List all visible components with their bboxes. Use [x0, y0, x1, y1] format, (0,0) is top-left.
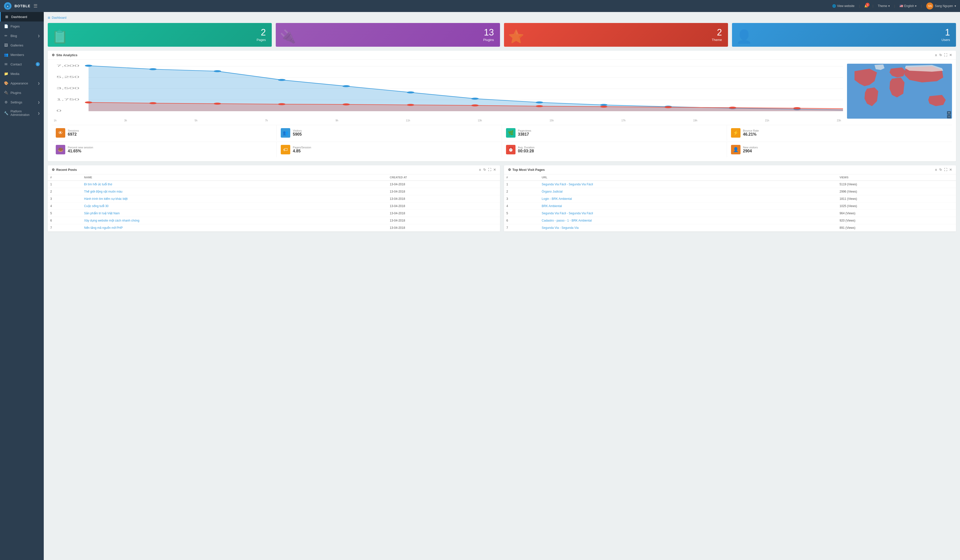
sidebar-item-label: Platform Administration	[11, 110, 35, 116]
cell-num: 5	[48, 210, 82, 217]
cell-url[interactable]: Login - BRK Ambiental	[539, 195, 837, 203]
svg-point-34	[600, 106, 607, 108]
topnav-left: B BOTBLE ☰	[4, 2, 37, 10]
collapse-icon[interactable]: ∧	[935, 53, 937, 57]
sidebar-item-settings[interactable]: ⚙ Settings ❯	[0, 97, 44, 107]
language-link[interactable]: 🇺🇸 English ▾	[899, 4, 917, 8]
stat-card-users[interactable]: 👤 1 Users	[732, 23, 956, 47]
svg-text:B: B	[7, 5, 8, 8]
cell-views: 920 (Views)	[837, 217, 956, 224]
cell-num: 7	[504, 224, 539, 231]
table-row: 7 Nền tảng mã nguồn mở PHP 13-04-2018	[48, 224, 500, 231]
media-icon: 📁	[4, 72, 8, 76]
visitors-label: Visitors	[293, 129, 302, 132]
cell-date: 13-04-2018	[387, 217, 500, 224]
new-visitors-info: New visitors 2904	[743, 146, 758, 153]
close-icon3[interactable]: ✕	[949, 168, 952, 172]
cell-url[interactable]: Segunda Via Fácil - Segunda Via Fácil	[539, 180, 837, 188]
stat-avg-duration: ⏰ Avg. Duration 00:03:28	[502, 142, 727, 157]
cell-name[interactable]: Hành trình tìm kiếm sự khác biệt	[82, 195, 387, 203]
cell-name[interactable]: Xây dựng website một cách nhanh chóng	[82, 217, 387, 224]
collapse-icon3[interactable]: ∧	[935, 168, 937, 172]
sidebar-item-platform-administration[interactable]: 🔧 Platform Administration ❯	[0, 107, 44, 120]
blog-icon: ✏	[4, 34, 8, 38]
cell-date: 13-04-2018	[387, 224, 500, 231]
close-icon[interactable]: ✕	[949, 53, 952, 57]
close-icon2[interactable]: ✕	[493, 168, 496, 172]
user-menu[interactable]: SN Sang Nguyen ▾	[926, 3, 956, 10]
expand-icon3[interactable]: ⛶	[944, 168, 947, 172]
stat-card-theme[interactable]: ⭐ 2 Theme	[504, 23, 728, 47]
recent-posts-header-left: ⚙ Recent Posts	[52, 168, 77, 172]
bounce-icon-box: ⚡	[731, 128, 741, 138]
recent-posts-thead: # NAME CREATED AT	[48, 174, 500, 180]
svg-point-16	[278, 79, 285, 81]
col-num2: #	[504, 174, 539, 180]
cell-date: 13-04-2018	[387, 203, 500, 210]
svg-point-20	[536, 101, 543, 104]
cell-date: 13-04-2018	[387, 195, 500, 203]
cell-url[interactable]: BRK Ambiental	[539, 203, 837, 210]
pages-label: Pages	[256, 38, 266, 42]
cell-url[interactable]: Órgano Judicial	[539, 188, 837, 195]
expand-icon[interactable]: ⛶	[944, 53, 947, 57]
sidebar-item-label: Blog	[11, 34, 17, 38]
stats-row-1: 👁 Sessions 6972 👥 Visitors 5	[52, 125, 952, 140]
sidebar-item-appearance[interactable]: 🎨 Appearance ❯	[0, 78, 44, 88]
cell-num: 6	[48, 217, 82, 224]
pages-session-value: 4.85	[293, 149, 311, 153]
cell-num: 4	[48, 203, 82, 210]
sidebar-item-dashboard[interactable]: ⊞ Dashboard	[0, 12, 44, 21]
refresh-icon2[interactable]: ↻	[483, 168, 486, 172]
svg-text:+: +	[948, 111, 950, 115]
cell-num: 2	[48, 188, 82, 195]
galleries-icon: 🖼	[4, 43, 8, 47]
stat-pages-session: 🏷 Pages/Session 4.85	[277, 142, 502, 157]
percent-value: 41.65%	[68, 149, 93, 153]
sidebar-item-pages[interactable]: 📄 Pages	[0, 21, 44, 31]
sidebar-item-members[interactable]: 👥 Members	[0, 50, 44, 59]
cell-name[interactable]: Đi tìm hồi ức tuổi thơ	[82, 180, 387, 188]
view-website-link[interactable]: 🌐 View website	[832, 4, 854, 8]
chart-container: 7,000 5,250 3,500 1,750 0	[52, 64, 843, 122]
stat-card-plugins[interactable]: 🔌 13 Plugins	[276, 23, 500, 47]
stats-row-2: 🍩 Percent new session 41.65% 🏷 Pages/Ses…	[52, 142, 952, 157]
cell-name[interactable]: Thế giới động vật muôn màu	[82, 188, 387, 195]
cell-name[interactable]: Cuộc sống tuổi 30	[82, 203, 387, 210]
pageviews-icon-box: 🌿	[506, 128, 515, 138]
recent-posts-table: # NAME CREATED AT 1 Đi tìm hồi ức tuổi t…	[48, 174, 500, 231]
sidebar-item-galleries[interactable]: 🖼 Galleries	[0, 40, 44, 50]
sidebar-item-plugins[interactable]: 🔌 Plugins	[0, 88, 44, 97]
top-pages-header-left: ⚙ Top Most Visit Pages	[508, 168, 545, 172]
theme-count: 2	[717, 28, 722, 37]
refresh-icon[interactable]: ↻	[939, 53, 942, 57]
sidebar-item-media[interactable]: 📁 Media	[0, 69, 44, 78]
cell-name[interactable]: Nền tảng mã nguồn mở PHP	[82, 224, 387, 231]
sidebar-item-label: Pages	[11, 24, 20, 28]
cell-url[interactable]: Segunda Via Fácil - Segunda Via Fácil	[539, 210, 837, 217]
sidebar-item-blog[interactable]: ✏ Blog ❯	[0, 31, 44, 40]
sidebar-item-label: Appearance	[11, 81, 28, 85]
refresh-icon3[interactable]: ↻	[939, 168, 942, 172]
visitors-value: 5905	[293, 132, 302, 137]
stat-card-pages[interactable]: 📋 2 Pages	[48, 23, 272, 47]
cell-num: 4	[504, 203, 539, 210]
hamburger-icon[interactable]: ☰	[34, 3, 37, 9]
stat-visitors: 👥 Visitors 5905	[277, 125, 502, 140]
chevron-down-icon2: ▾	[915, 4, 917, 8]
expand-icon2[interactable]: ⛶	[488, 168, 491, 172]
svg-point-36	[729, 107, 736, 108]
new-user-icon: 👤	[733, 147, 739, 152]
cell-url[interactable]: Cadastro - passo - 1 - BRK Ambiental	[539, 217, 837, 224]
pages-session-info: Pages/Session 4.85	[293, 146, 311, 153]
pages-count: 2	[261, 28, 266, 37]
collapse-icon2[interactable]: ∧	[479, 168, 481, 172]
theme-link[interactable]: Theme ▾	[878, 4, 890, 8]
cell-name[interactable]: Sản phẩm trí tuệ Việt Nam	[82, 210, 387, 217]
top-pages-panel: ⚙ Top Most Visit Pages ∧ ↻ ⛶ ✕ #	[504, 165, 956, 231]
svg-point-17	[342, 85, 350, 87]
sidebar-item-contact[interactable]: ✉ Contact 1	[0, 59, 44, 69]
notification-bell[interactable]: 🔔 1	[864, 4, 868, 8]
cell-url[interactable]: Segunda Via - Segunda Via	[539, 224, 837, 231]
col-name: NAME	[82, 174, 387, 180]
